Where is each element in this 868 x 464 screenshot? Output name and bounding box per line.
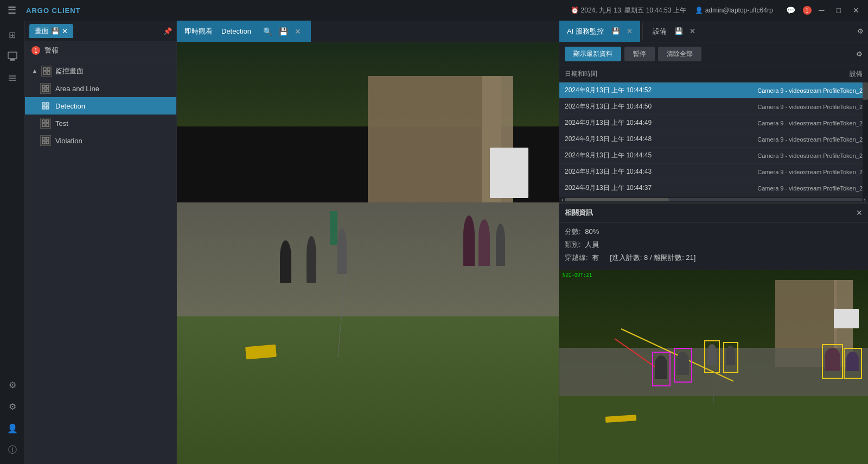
sidebar-item-settings2[interactable]: ⚙ [3,397,22,416]
sidebar-item-layout[interactable]: ⊞ [3,25,22,45]
table-row[interactable]: 2024年9月13日 上午 10:44:43 Camera 9 - videos… [559,164,868,180]
ai-horiz-scrollbar[interactable]: ‹ › [559,196,868,203]
right-tab-ai-save[interactable]: 💾 [611,27,620,35]
sidebar-item-info[interactable]: ⓘ [3,440,22,460]
score-value: 80% [585,227,599,236]
scroll-right-btn[interactable]: › [863,196,867,203]
table-cell-datetime: 2024年9月13日 上午 10:44:49 [565,118,714,128]
related-info-panel: 相關資訊 ✕ 分數: 80% 類別: 人員 穿越線: 有 [進入計數: 8 [559,203,868,270]
notification-badge: 1 [803,6,812,15]
table-row[interactable]: 2024年9月13日 上午 10:44:52 Camera 9 - videos… [559,82,868,99]
right-tab-device-save[interactable]: 💾 [674,27,683,35]
table-cell-device: Camera 9 - videostream ProfileToken_2 [714,136,863,143]
pause-button[interactable]: 暫停 [624,47,655,61]
crossing-label: 穿越線: [565,253,588,262]
main-layout: ⊞ ⚙ ⚙ 👤 ⓘ 畫面 💾 ✕ 📌 1 警報 [0,21,868,464]
center-search-button[interactable]: 🔍 [261,26,275,37]
horiz-scroll-track[interactable] [565,198,863,201]
svg-rect-6 [43,68,46,71]
table-row[interactable]: 2024年9月13日 上午 10:44:49 Camera 9 - videos… [559,115,868,131]
right-settings-icon[interactable]: ⚙ [857,27,864,35]
svg-rect-14 [42,103,45,105]
related-info-close-button[interactable]: ✕ [856,208,863,217]
panel-tab-close-icon[interactable]: ✕ [62,27,68,35]
center-tab-bar: 即時觀看 Detection 🔍 💾 ✕ [177,21,559,42]
crossing-value: 有 [592,253,599,262]
sidebar-item-monitor[interactable] [3,47,22,66]
tree-header[interactable]: ▲ 監控畫面 [25,62,176,80]
icon-sidebar: ⊞ ⚙ ⚙ 👤 ⓘ [0,21,25,464]
tree-item-label-detection: Detection [55,102,85,110]
svg-rect-9 [47,72,50,74]
ai-table-scroll[interactable]: 2024年9月13日 上午 10:44:52 Camera 9 - videos… [559,82,868,196]
right-tab-ai-close[interactable]: ✕ [627,27,633,35]
svg-rect-10 [42,85,45,88]
ai-toolbar-settings-icon[interactable]: ⚙ [856,50,863,58]
close-button[interactable]: ✕ [848,5,864,16]
pin-button[interactable]: 📌 [163,27,172,35]
svg-rect-0 [8,52,17,59]
svg-rect-23 [46,137,49,140]
menu-button[interactable]: ☰ [4,2,20,18]
table-scrollbar[interactable] [863,82,868,196]
right-tab-bar: AI 服務監控 💾 ✕ 設備 💾 ✕ ⚙ [559,21,868,42]
alert-badge: 1 [31,46,40,55]
ai-toolbar: 顯示最新資料 暫停 清除全部 ⚙ [559,42,868,66]
table-cell-device: Camera 9 - videostream ProfileToken_2 [714,120,863,126]
svg-rect-8 [43,72,46,74]
table-row[interactable]: 2024年9月13日 上午 10:44:48 Camera 9 - videos… [559,131,868,148]
table-row[interactable]: 2024年9月13日 上午 10:44:45 Camera 9 - videos… [559,148,868,164]
svg-rect-15 [46,103,49,105]
table-row[interactable]: 2024年9月13日 上午 10:44:50 Camera 9 - videos… [559,99,868,115]
table-cell-datetime: 2024年9月13日 上午 10:44:45 [565,151,714,160]
tree-item-detection[interactable]: Detection [25,97,176,115]
tree-item-icon-area [40,83,51,94]
tree-section: ▲ 監控畫面 Area and Line Detection [25,60,176,151]
table-scroll-thumb[interactable] [863,82,868,100]
right-tab-device-label: 設備 [653,27,667,36]
related-info-header: 相關資訊 ✕ [559,204,868,223]
tree-item-icon-test [40,118,51,129]
show-latest-button[interactable]: 顯示最新資料 [565,47,621,61]
tree-header-grid-icon [41,66,52,77]
horiz-scroll-thumb[interactable] [565,198,669,201]
tree-item-violation[interactable]: Violation [25,132,176,149]
right-tab-device[interactable]: 設備 💾 ✕ [645,21,703,42]
right-tab-device-close[interactable]: ✕ [690,27,695,35]
sidebar-item-list[interactable] [3,68,22,88]
related-info-body: 分數: 80% 類別: 人員 穿越線: 有 [進入計數: 8 / 離開計數: 2… [559,223,868,270]
minimize-button[interactable]: ─ [815,5,829,16]
svg-rect-13 [46,89,49,92]
alert-section: 1 警報 [25,41,176,60]
svg-rect-22 [42,137,45,140]
center-tab-liveview-label: 即時觀看 [184,27,213,36]
tree-item-icon-detection [40,100,51,111]
clear-all-button[interactable]: 清除全部 [658,47,701,61]
ai-thumbnail: NUI-OUT:21 [559,270,868,464]
sidebar-item-settings1[interactable]: ⚙ [3,375,22,395]
tree-item-test[interactable]: Test [25,115,176,132]
user-icon: 👤 [695,7,703,14]
table-cell-datetime: 2024年9月13日 上午 10:44:50 [565,102,714,111]
right-panel: AI 服務監控 💾 ✕ 設備 💾 ✕ ⚙ 顯示最新資料 暫停 清除全部 ⚙ 日 [559,21,868,464]
sidebar-item-person[interactable]: 👤 [3,418,22,438]
right-tab-ai[interactable]: AI 服務監控 💾 ✕ [559,21,640,42]
chat-button[interactable]: 💬 [782,5,800,16]
svg-rect-16 [42,106,45,109]
score-row: 分數: 80% [565,227,863,237]
tree-item-area-and-line[interactable]: Area and Line [25,80,176,97]
svg-rect-25 [46,141,49,144]
center-tab-liveview[interactable]: 即時觀看 Detection 🔍 💾 ✕ [177,21,311,42]
table-cell-datetime: 2024年9月13日 上午 10:44:37 [565,183,714,193]
table-row[interactable]: 2024年9月13日 上午 10:44:37 Camera 9 - videos… [559,180,868,196]
center-close-button[interactable]: ✕ [292,26,303,37]
maximize-button[interactable]: □ [832,5,845,16]
table-cell-device: Camera 9 - videostream ProfileToken_2 [714,185,863,192]
left-panel-tab[interactable]: 畫面 💾 ✕ [29,24,73,38]
titlebar-time: ⏰ 2024, 九月 13, 星期五 10:44:53 上午 [571,6,686,15]
tree-item-icon-violation [40,135,51,146]
svg-rect-21 [46,124,49,126]
right-tab-actions: ⚙ [857,21,868,42]
center-save-button[interactable]: 💾 [277,26,290,37]
scroll-left-btn[interactable]: ‹ [560,196,565,203]
